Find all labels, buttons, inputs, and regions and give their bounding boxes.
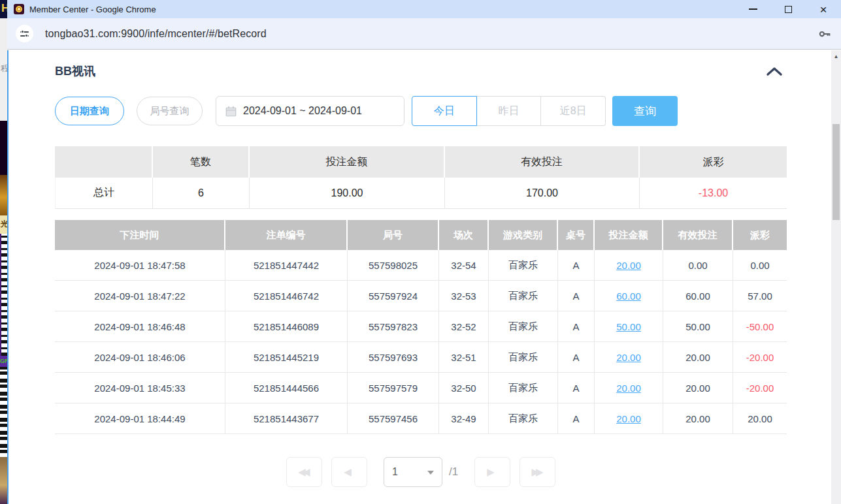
maximize-icon: [785, 6, 792, 13]
site-settings-button[interactable]: [16, 25, 33, 42]
minimize-button[interactable]: [735, 0, 770, 18]
bet-table-cell: 20.00: [595, 342, 663, 373]
table-row: 2024-09-01 18:45:33521851444566557597579…: [55, 373, 787, 403]
background-app-strip: H 程 光 GR: [0, 0, 7, 504]
bet-table-cell: 557598025: [348, 250, 439, 281]
quick-range-近8日[interactable]: 近8日: [541, 96, 606, 126]
bet-table-body: 2024-09-01 18:47:58521851447442557598025…: [55, 250, 787, 434]
collapse-section-button[interactable]: [764, 63, 785, 79]
quick-range-昨日[interactable]: 昨日: [477, 96, 542, 126]
bet-table-cell: 60.00: [663, 281, 733, 311]
password-manager-button[interactable]: [817, 27, 832, 41]
bet-table-cell: 2024-09-01 18:46:06: [55, 342, 225, 373]
scrollbar-up-arrow[interactable]: ▲: [831, 54, 841, 59]
url-text[interactable]: tongbao31.com:9900/infe/mcenter/#/betRec…: [45, 28, 267, 40]
summary-header-row: 笔数 投注金额 有效投注 派彩: [55, 146, 787, 178]
bet-table-cell: 521851446742: [225, 281, 348, 311]
date-range-input[interactable]: 2024-09-01 ~ 2024-09-01: [216, 96, 404, 126]
filter-bar: 日期查询 局号查询 2024-09-01 ~ 2024-09-01 今日昨日近8…: [55, 96, 793, 126]
bet-table-header-cell: 派彩: [733, 220, 787, 250]
summary-valid-bet: 170.00: [445, 178, 640, 209]
round-query-tab[interactable]: 局号查询: [137, 97, 203, 125]
bet-table-header-cell: 局号: [348, 220, 439, 250]
bet-amount-link[interactable]: 20.00: [616, 352, 641, 363]
bet-table-cell: 2024-09-01 18:47:22: [55, 281, 225, 311]
bet-table-cell: 557597579: [348, 373, 439, 403]
bet-table-cell: 60.00: [595, 281, 663, 311]
summary-header-cell: 投注金额: [250, 146, 445, 178]
background-fragment-badge: 光: [0, 215, 7, 234]
summary-payout: -13.00: [640, 178, 787, 209]
right-arrow-icon: ▶: [487, 466, 495, 478]
maximize-button[interactable]: [770, 0, 806, 18]
bet-table-cell: 百家乐: [489, 281, 558, 311]
quick-range-今日[interactable]: 今日: [412, 96, 477, 126]
bet-table-cell: 百家乐: [489, 403, 558, 434]
summary-header-cell: [55, 146, 153, 178]
bet-table-cell: 百家乐: [489, 250, 558, 281]
bet-table-cell: 521851445219: [225, 342, 348, 373]
bet-table-header-cell: 场次: [439, 220, 489, 250]
bet-table-header-cell: 游戏类别: [489, 220, 558, 250]
next-page-button[interactable]: ▶: [474, 457, 510, 487]
close-button[interactable]: ×: [806, 0, 841, 18]
bet-table-cell: 2024-09-01 18:47:58: [55, 250, 225, 281]
background-qr-code-1: [0, 234, 7, 356]
bet-table-cell: A: [558, 281, 595, 311]
background-qr-label: GR: [0, 356, 7, 367]
background-qr-code-2: [0, 367, 7, 457]
bet-amount-link[interactable]: 20.00: [616, 260, 641, 271]
bet-table-header-cell: 桌号: [558, 220, 595, 250]
table-row: 2024-09-01 18:46:06521851445219557597693…: [55, 342, 787, 373]
first-page-button[interactable]: ◀◀: [286, 457, 322, 487]
total-pages-label: /1: [449, 465, 458, 479]
table-row: 2024-09-01 18:44:49521851443677557597456…: [55, 403, 787, 434]
bet-table-cell: 32-50: [439, 373, 489, 403]
page-select[interactable]: 1: [384, 457, 442, 487]
table-row: 2024-09-01 18:47:58521851447442557598025…: [55, 250, 787, 281]
close-icon: ×: [819, 3, 827, 16]
background-dark-block: [0, 121, 7, 175]
last-page-button[interactable]: ▶▶: [519, 457, 555, 487]
background-fragment-top: H: [0, 0, 7, 18]
bet-amount-link[interactable]: 50.00: [616, 321, 641, 332]
scrollbar[interactable]: ▲: [831, 50, 841, 504]
pagination: ◀◀ ◀ 1 /1 ▶ ▶▶: [55, 457, 787, 487]
bet-table-cell: 521851446089: [225, 311, 348, 342]
bet-table-cell: 557597924: [348, 281, 439, 311]
window-titlebar: Member Center - Google Chrome ×: [7, 0, 841, 18]
browser-window: Member Center - Google Chrome × tongbao3…: [7, 0, 841, 504]
bet-table-cell: 57.00: [733, 281, 787, 311]
bet-record-table: 下注时间注单编号局号场次游戏类别桌号投注金额有效投注派彩 2024-09-01 …: [55, 220, 787, 434]
bet-table-cell: 32-53: [439, 281, 489, 311]
summary-header-cell: 笔数: [153, 146, 250, 178]
summary-table: 笔数 投注金额 有效投注 派彩 总计 6 190.00 170.00 -13.0…: [55, 146, 787, 209]
bet-table-cell: A: [558, 373, 595, 403]
bet-table-cell: 2024-09-01 18:44:49: [55, 403, 225, 434]
bet-table-cell: 32-54: [439, 250, 489, 281]
prev-page-button[interactable]: ◀: [331, 457, 367, 487]
quick-range-group: 今日昨日近8日: [412, 96, 606, 126]
page-content: BB视讯 日期查询 局号查询 2024-09-01 ~ 2024: [7, 50, 841, 504]
minimize-icon: [749, 8, 757, 10]
bet-table-cell: 32-52: [439, 311, 489, 342]
double-left-arrow-icon: ◀◀: [298, 466, 306, 478]
table-row: 2024-09-01 18:47:22521851446742557597924…: [55, 281, 787, 311]
search-button[interactable]: 查询: [612, 96, 678, 126]
bet-amount-link[interactable]: 60.00: [616, 291, 641, 302]
summary-header-cell: 有效投注: [445, 146, 640, 178]
bet-amount-link[interactable]: 20.00: [616, 383, 641, 394]
bet-table-header-cell: 投注金额: [595, 220, 663, 250]
page-title: BB视讯: [55, 63, 95, 79]
bet-amount-link[interactable]: 20.00: [616, 413, 641, 424]
bet-table-cell: 百家乐: [489, 311, 558, 342]
scrollbar-thumb[interactable]: [833, 124, 840, 220]
bet-table-cell: 557597823: [348, 311, 439, 342]
screen: H 程 光 GR Member Center - Google Chrome ×: [0, 0, 841, 504]
bet-table-cell: 521851443677: [225, 403, 348, 434]
table-row: 2024-09-01 18:46:48521851446089557597823…: [55, 311, 787, 342]
bet-table-cell: 50.00: [595, 311, 663, 342]
bet-table-cell: -20.00: [733, 342, 787, 373]
bet-table-cell: 50.00: [663, 311, 733, 342]
date-query-tab[interactable]: 日期查询: [55, 97, 124, 125]
